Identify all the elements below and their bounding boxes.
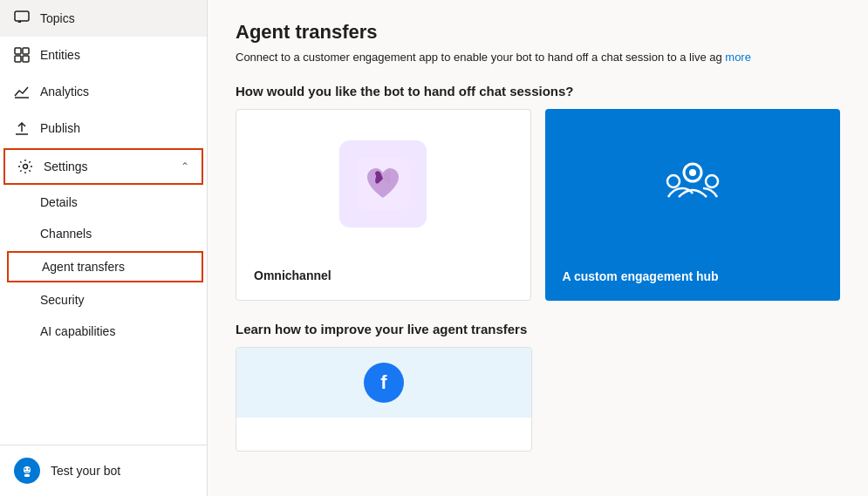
- publish-icon: [14, 120, 30, 136]
- omnichannel-card[interactable]: Omnichannel: [236, 109, 531, 301]
- section1-heading: How would you like the bot to hand off c…: [236, 84, 840, 99]
- sidebar-item-entities[interactable]: Entities: [0, 37, 207, 73]
- svg-rect-1: [15, 48, 21, 54]
- more-link[interactable]: more: [725, 51, 751, 64]
- sidebar-item-analytics[interactable]: Analytics: [0, 73, 207, 110]
- learn-card-top: f: [236, 348, 531, 418]
- topics-label: Topics: [40, 11, 75, 25]
- custom-hub-label: A custom engagement hub: [563, 269, 824, 283]
- chevron-up-icon: ⌃: [181, 160, 189, 173]
- bot-icon: [14, 458, 40, 484]
- omnichannel-icon-area: [254, 127, 513, 241]
- learn-cards: f: [236, 347, 840, 452]
- test-your-bot-button[interactable]: Test your bot: [0, 445, 207, 496]
- sidebar-item-topics[interactable]: Topics: [0, 0, 207, 37]
- svg-point-11: [28, 468, 30, 470]
- publish-label: Publish: [40, 121, 80, 135]
- svg-point-16: [706, 175, 718, 187]
- svg-point-7: [24, 165, 28, 169]
- main-content: Agent transfers Connect to a customer en…: [208, 0, 868, 496]
- learn-card-1[interactable]: f: [236, 347, 532, 452]
- sidebar-subitem-agent-transfers[interactable]: Agent transfers: [7, 251, 203, 282]
- page-title: Agent transfers: [236, 21, 840, 44]
- svg-rect-4: [23, 56, 29, 62]
- sidebar-subitem-security[interactable]: Security: [0, 284, 207, 316]
- svg-point-14: [689, 169, 696, 176]
- svg-rect-2: [23, 48, 29, 54]
- sidebar-subitem-ai-capabilities[interactable]: AI capabilities: [0, 316, 207, 347]
- analytics-label: Analytics: [40, 85, 89, 99]
- omnichannel-logo: [339, 140, 427, 228]
- analytics-icon: [14, 84, 30, 99]
- custom-hub-card[interactable]: A custom engagement hub: [545, 109, 841, 301]
- svg-rect-3: [15, 56, 21, 62]
- test-your-bot-label: Test your bot: [51, 464, 120, 478]
- svg-point-15: [667, 175, 680, 187]
- handoff-cards: Omnichannel A custom: [236, 109, 840, 301]
- sidebar: Topics Entities Analytics: [0, 0, 208, 496]
- svg-point-10: [24, 468, 26, 470]
- sidebar-subitem-details[interactable]: Details: [0, 187, 207, 218]
- settings-label: Settings: [44, 160, 88, 173]
- section2-heading: Learn how to improve your live agent tra…: [236, 322, 840, 336]
- svg-rect-9: [24, 474, 30, 477]
- svg-rect-0: [15, 11, 29, 21]
- settings-icon: [17, 159, 33, 174]
- omnichannel-label: Omnichannel: [254, 268, 513, 282]
- sidebar-item-publish[interactable]: Publish: [0, 110, 207, 146]
- settings-sub-items: Details Channels Agent transfers Securit…: [0, 187, 207, 347]
- entities-label: Entities: [40, 48, 80, 62]
- entities-icon: [14, 47, 30, 63]
- sidebar-item-settings[interactable]: Settings ⌃: [3, 148, 203, 185]
- custom-hub-logo: [649, 139, 736, 227]
- sidebar-bottom: Test your bot: [0, 445, 207, 496]
- sidebar-subitem-channels[interactable]: Channels: [0, 218, 207, 249]
- learn-card-icon: f: [364, 363, 404, 403]
- chat-icon: [14, 10, 30, 26]
- custom-hub-icon-area: [563, 126, 824, 240]
- sidebar-scroll: Topics Entities Analytics: [0, 0, 207, 445]
- page-description: Connect to a customer engagement app to …: [236, 49, 840, 66]
